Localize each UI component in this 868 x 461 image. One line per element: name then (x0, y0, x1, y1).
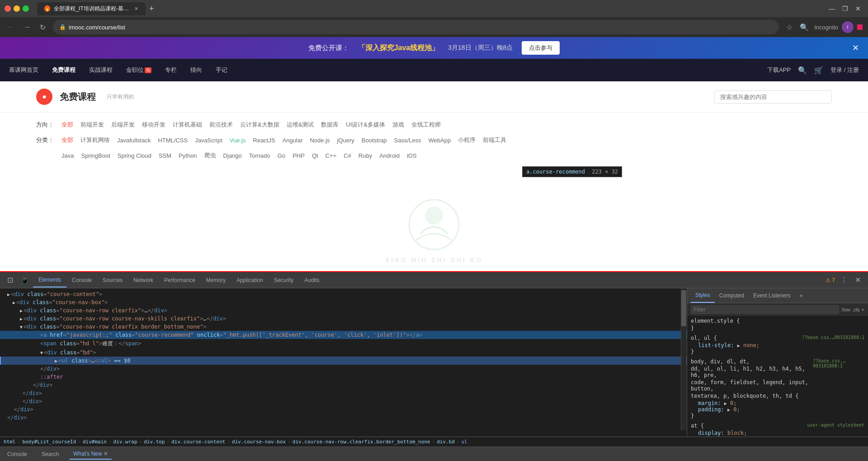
filter-hov-btn[interactable]: :hov (841, 307, 850, 312)
nav-item-home[interactable]: 慕课网首页 (9, 66, 38, 74)
lang-ruby[interactable]: Ruby (359, 152, 372, 159)
direction-frontend[interactable]: 前端开发 (80, 121, 104, 129)
tab-styles[interactable]: Styles (691, 288, 715, 303)
device-toolbar-button[interactable]: 📱 (17, 276, 33, 284)
window-minimize-btn[interactable]: — (826, 5, 838, 12)
direction-ui[interactable]: UI设计&多媒体 (346, 121, 385, 129)
breadcrumb-ul[interactable]: ul (462, 439, 467, 445)
lang-go[interactable]: Go (278, 152, 285, 159)
breadcrumb-bd[interactable]: div.bd (437, 439, 455, 445)
lang-python[interactable]: Python (179, 152, 197, 159)
bottom-tab-search[interactable]: Search (38, 449, 62, 459)
download-app[interactable]: 下载APP (767, 66, 791, 74)
direction-fullstack[interactable]: 全线工程师 (411, 121, 441, 129)
new-tab-button[interactable]: + (146, 4, 158, 14)
devtools-more-button[interactable]: ⋮ (837, 276, 851, 284)
html-line-bd-open[interactable]: ▼<div class="bd"> (0, 348, 687, 357)
tab-sources[interactable]: Sources (97, 273, 128, 287)
breadcrumb-html[interactable]: html (4, 439, 16, 445)
tab-application[interactable]: Application (231, 273, 269, 287)
back-button[interactable]: ← (5, 21, 16, 33)
tab-network[interactable]: Network (128, 273, 159, 287)
search-icon-btn[interactable]: 🔍 (798, 21, 811, 33)
html-line-4[interactable]: ▶<div class="course-nav-row course-nav-s… (0, 315, 687, 323)
bookmark-button[interactable]: ☆ (784, 21, 794, 33)
html-line-ul[interactable]: ▶<ul class>…</ul> == $0 (0, 357, 687, 365)
html-line-2[interactable]: ▶<div class="course-nav-box"> (0, 298, 687, 306)
lang-tornado[interactable]: Tornado (249, 152, 270, 159)
nav-item-guess[interactable]: 猜向 (190, 66, 202, 74)
cat-vue[interactable]: Vue.js (230, 137, 246, 144)
elements-scrollbar[interactable] (681, 288, 686, 430)
cat-js[interactable]: JavaScript (195, 137, 222, 144)
whatsnew-close-icon[interactable]: ✕ (104, 451, 108, 457)
browser-tab-active[interactable]: 🔥 全部课程_IT培训精品课程-慕课网 ✕ (37, 2, 146, 15)
lang-django[interactable]: Django (223, 152, 242, 159)
tab-computed[interactable]: Computed (715, 288, 749, 303)
banner-close-icon[interactable]: ✕ (852, 43, 859, 53)
bottom-tab-console[interactable]: Console (4, 449, 31, 459)
direction-all[interactable]: 全部 (61, 121, 73, 129)
direction-mobile[interactable]: 移动开发 (142, 121, 165, 129)
html-line-close5[interactable]: </div> (0, 414, 687, 422)
search-header-icon[interactable]: 🔍 (798, 66, 807, 75)
direction-cs[interactable]: 计算机基础 (173, 121, 202, 129)
profile-button[interactable]: I (842, 21, 854, 33)
lang-java[interactable]: Java (61, 152, 74, 159)
html-line-close4[interactable]: </div> (0, 405, 687, 414)
tab-close-icon[interactable]: ✕ (134, 6, 138, 12)
tab-console[interactable]: Console (66, 273, 97, 287)
devtools-close-button[interactable]: ✕ (851, 276, 864, 284)
cat-tools[interactable]: 前端工具 (483, 136, 506, 144)
direction-game[interactable]: 游戏 (392, 121, 404, 129)
cat-bootstrap[interactable]: Bootstrap (362, 137, 387, 144)
html-line-bd-close[interactable]: </div> (0, 365, 687, 373)
tab-security[interactable]: Security (269, 273, 299, 287)
elements-panel[interactable]: ▶<div class="course-content"> ▶<div clas… (0, 288, 687, 437)
course-search-input[interactable] (714, 90, 832, 103)
style-source-reset[interactable]: ??base.css,…003101808:1 (813, 358, 864, 400)
login-register[interactable]: 登录 / 注册 (830, 66, 859, 74)
banner-cta-button[interactable]: 点击参与 (522, 41, 560, 55)
lang-crawler[interactable]: 爬虫 (204, 151, 216, 160)
nav-item-free[interactable]: 免费课程 (52, 66, 75, 74)
html-line-1[interactable]: ▶<div class="course-content"> (0, 290, 687, 298)
window-maximize-button[interactable] (23, 5, 29, 12)
cat-html[interactable]: HTML/CSS (158, 137, 188, 144)
tab-memory[interactable]: Memory (201, 273, 231, 287)
reload-button[interactable]: ↻ (38, 21, 47, 33)
filter-cls-btn[interactable]: .cls (852, 307, 860, 312)
cat-sass[interactable]: Sass/Less (394, 137, 421, 144)
lang-cpp[interactable]: C++ (326, 152, 337, 159)
html-line-span[interactable]: <span class="hd l">难度：</span> (0, 339, 687, 348)
direction-frontier[interactable]: 前沿技术 (209, 121, 233, 129)
cat-miniapp[interactable]: 小程序 (458, 136, 476, 144)
filter-add-btn[interactable]: + (862, 307, 864, 312)
styles-filter-input[interactable] (691, 305, 839, 314)
address-input-box[interactable]: 🔒 imooc.com/course/list (53, 20, 779, 34)
breadcrumb-course-content[interactable]: div.course-content (171, 439, 225, 445)
breadcrumb-nav-box[interactable]: div.course-nav-box (232, 439, 286, 445)
style-source-list[interactable]: ??base.css,…003101808:1 (802, 335, 864, 342)
html-line-close3[interactable]: </div> (0, 397, 687, 405)
cat-webapp[interactable]: WebApp (428, 137, 451, 144)
html-line-anchor[interactable]: <a href="javascript:;" class="course-rec… (0, 331, 687, 339)
tab-performance[interactable]: Performance (159, 273, 201, 287)
lang-ios[interactable]: iOS (407, 152, 417, 159)
tab-audits[interactable]: Audits (299, 273, 325, 287)
cart-icon[interactable]: 🛒 (814, 66, 823, 75)
direction-db[interactable]: 数据库 (321, 121, 339, 129)
tab-elements[interactable]: Elements (33, 273, 66, 287)
window-maximize-btn[interactable]: ❐ (840, 5, 851, 12)
elements-scrollbar-thumb[interactable] (681, 290, 686, 326)
nav-item-notes[interactable]: 手记 (216, 66, 227, 74)
lang-php[interactable]: PHP (292, 152, 305, 159)
cat-node[interactable]: Node.js (310, 137, 330, 144)
breadcrumb-wrap[interactable]: div.wrap (113, 439, 137, 445)
html-line-after[interactable]: ::after (0, 373, 687, 381)
tab-event-listeners[interactable]: Event Listeners (749, 288, 795, 303)
cat-java[interactable]: Javafullstack (117, 137, 151, 144)
lang-csharp[interactable]: C# (344, 152, 351, 159)
window-minimize-button[interactable] (14, 5, 20, 12)
nav-item-gold[interactable]: 金职位N (126, 66, 151, 74)
